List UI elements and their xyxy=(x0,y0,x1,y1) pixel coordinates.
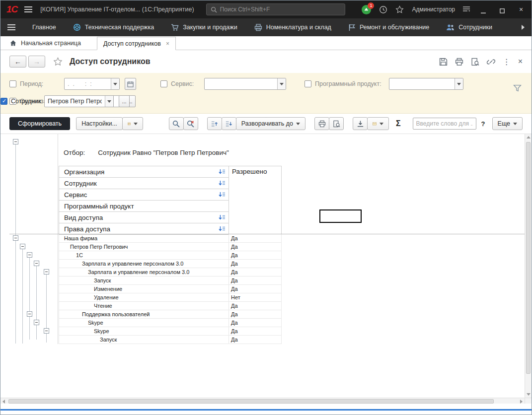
global-search-input[interactable] xyxy=(220,6,341,13)
report-group-header-row[interactable]: Сервис xyxy=(59,189,229,201)
report-row[interactable]: SkypeДа xyxy=(59,327,282,336)
row-label-cell[interactable]: Петров Петр Петрович xyxy=(59,243,229,251)
period-checkbox[interactable] xyxy=(9,80,16,87)
scroll-up-arrow[interactable] xyxy=(527,136,531,138)
employee-choose-button[interactable]: ... xyxy=(119,95,130,107)
tab-home-page[interactable]: Начальная страница xyxy=(9,36,86,50)
row-allowed-cell[interactable]: Да xyxy=(229,243,282,251)
collapse-groups-button[interactable] xyxy=(207,117,222,130)
group-collapse-toggle[interactable] xyxy=(27,311,32,317)
service-dropdown-icon[interactable] xyxy=(277,78,286,89)
user-menu-icon[interactable] xyxy=(463,6,470,12)
row-label-cell[interactable]: Skype xyxy=(59,327,229,335)
row-label-cell[interactable]: Удаление xyxy=(59,293,229,301)
active-cell-cursor[interactable] xyxy=(319,209,362,223)
generate-report-button[interactable]: Сформировать xyxy=(9,117,70,130)
row-allowed-cell[interactable]: Да xyxy=(229,260,282,268)
notification-center-icon[interactable]: 1 xyxy=(362,5,371,14)
scroll-down-arrow[interactable] xyxy=(527,393,531,396)
report-row[interactable]: Петров Петр ПетровичДа xyxy=(59,243,282,251)
row-allowed-cell[interactable]: Да xyxy=(229,251,282,259)
row-label-cell[interactable]: Запуск xyxy=(59,277,229,284)
forward-button[interactable]: → xyxy=(28,56,45,68)
menu-item-employees[interactable]: Сотрудники xyxy=(446,24,492,31)
report-row[interactable]: ЗапускДа xyxy=(59,336,282,344)
product-dropdown-icon[interactable] xyxy=(455,78,463,89)
settings-variants-button[interactable] xyxy=(122,117,143,130)
employee-dropdown-icon[interactable] xyxy=(105,96,113,107)
row-label-cell[interactable]: Зарплата и управление персоналом 3.0 xyxy=(59,268,229,276)
sort-icon[interactable] xyxy=(219,214,226,220)
get-link-icon[interactable] xyxy=(487,58,495,66)
group-collapse-toggle[interactable] xyxy=(13,139,18,144)
row-allowed-cell[interactable]: Да xyxy=(229,285,282,293)
horizontal-scroll-thumb[interactable] xyxy=(8,399,494,404)
report-row[interactable]: ЧтениеДа xyxy=(59,302,282,310)
sort-icon[interactable] xyxy=(219,192,226,198)
report-group-header-row[interactable]: Вид доступа xyxy=(59,212,229,223)
allowed-column-header[interactable]: Разрешено xyxy=(229,166,282,234)
cancel-search-button[interactable] xyxy=(183,117,198,130)
sort-icon[interactable] xyxy=(219,180,226,186)
filter-settings-icon[interactable] xyxy=(513,84,522,92)
spreadsheet[interactable]: Отбор: Сотрудник Равно "Петров Петр Петр… xyxy=(0,134,525,398)
group-collapse-toggle[interactable] xyxy=(20,244,25,249)
group-collapse-toggle[interactable] xyxy=(13,235,18,241)
report-row[interactable]: SkypeДа xyxy=(59,319,282,327)
row-label-cell[interactable]: Поддержка пользователей xyxy=(59,310,229,318)
employee-input[interactable] xyxy=(45,98,105,105)
scroll-right-arrow[interactable] xyxy=(520,400,523,404)
row-allowed-cell[interactable]: Нет xyxy=(229,293,282,301)
global-search-box[interactable] xyxy=(206,3,345,15)
sort-icon[interactable] xyxy=(219,169,226,175)
report-row[interactable]: Зарплата и управление персоналом 3.0Да xyxy=(59,260,282,268)
history-icon[interactable] xyxy=(379,5,387,14)
menu-item-purchases-sales[interactable]: Закупки и продажи xyxy=(171,24,237,31)
add-to-favorites-star-icon[interactable] xyxy=(53,57,63,67)
vertical-scrollbar[interactable] xyxy=(525,134,532,398)
close-page-icon[interactable]: × xyxy=(518,57,523,66)
expand-groups-button[interactable] xyxy=(222,117,236,130)
row-allowed-cell[interactable]: Да xyxy=(229,277,282,284)
report-row[interactable]: ЗапускДа xyxy=(59,277,282,285)
help-button[interactable]: ? xyxy=(479,120,487,128)
print-report-button[interactable] xyxy=(314,117,329,130)
menu-item-maintenance[interactable]: Ремонт и обслуживание xyxy=(348,24,429,31)
menu-overflow-arrow-icon[interactable] xyxy=(522,25,525,30)
favorites-star-icon[interactable] xyxy=(395,5,404,14)
period-input[interactable] xyxy=(65,80,111,87)
find-button[interactable] xyxy=(169,117,184,130)
close-window-button[interactable]: × xyxy=(516,4,527,14)
row-allowed-cell[interactable]: Да xyxy=(229,234,282,242)
tab-employee-access[interactable]: Доступ сотрудников × xyxy=(97,37,176,50)
scroll-left-arrow[interactable] xyxy=(2,400,5,404)
sort-icon[interactable] xyxy=(219,226,226,232)
more-button[interactable]: Еще xyxy=(492,117,523,130)
report-row[interactable]: УдалениеНет xyxy=(59,293,282,302)
menu-item-stock[interactable]: Номенклатура и склад xyxy=(254,24,331,31)
group-collapse-toggle[interactable] xyxy=(27,252,32,258)
report-row[interactable]: Поддержка пользователейДа xyxy=(59,310,282,319)
report-group-header-row[interactable]: Права доступа xyxy=(59,223,229,235)
report-row[interactable]: Наша фирмаДа xyxy=(59,234,282,243)
service-checkbox[interactable] xyxy=(160,80,167,87)
minimize-button[interactable] xyxy=(478,5,489,14)
current-user-label[interactable]: Администратор xyxy=(412,6,455,13)
report-row[interactable]: ИзменениеДа xyxy=(59,285,282,293)
report-row[interactable]: Зарплата и управление персоналом 3.0Да xyxy=(59,268,282,277)
row-label-cell[interactable]: 1С xyxy=(59,251,229,259)
sum-button[interactable]: Σ xyxy=(394,119,403,128)
row-label-cell[interactable]: Чтение xyxy=(59,302,229,310)
save-icon[interactable] xyxy=(439,58,448,66)
row-label-cell[interactable]: Наша фирма xyxy=(59,234,229,242)
quick-search-input[interactable] xyxy=(413,120,476,127)
main-menu-icon[interactable] xyxy=(24,6,32,12)
back-button[interactable]: ← xyxy=(9,56,26,68)
print-preview-icon[interactable] xyxy=(471,58,479,66)
row-label-cell[interactable]: Зарплата и управление персоналом 3.0 xyxy=(59,260,229,268)
sections-panel-icon[interactable] xyxy=(7,24,15,30)
settings-button[interactable]: Настройки... xyxy=(76,117,123,130)
report-row[interactable]: 1СДа xyxy=(59,251,282,260)
calendar-icon[interactable] xyxy=(125,78,136,90)
maximize-button[interactable] xyxy=(497,6,508,13)
